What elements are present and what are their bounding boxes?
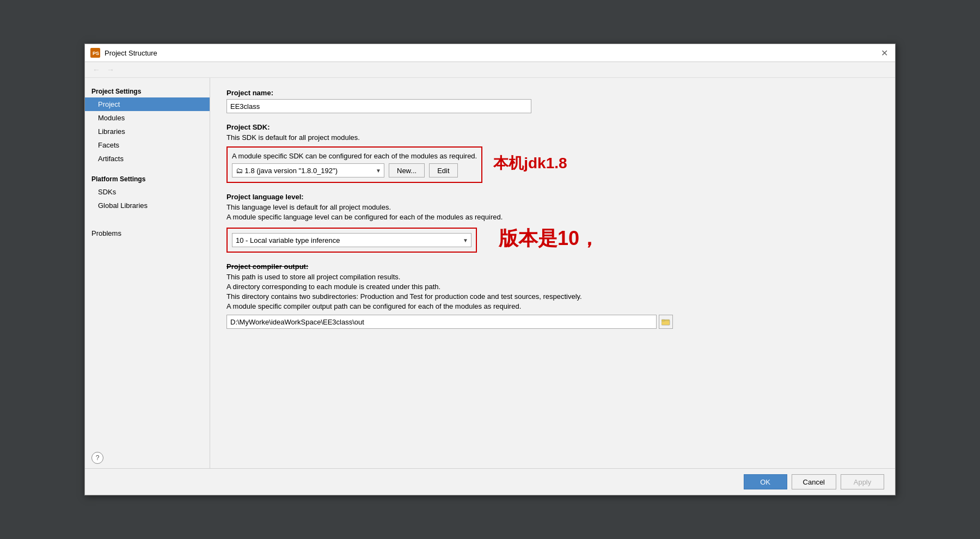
lang-default-desc: This language level is default for all p… [226,203,879,211]
folder-browse-button[interactable] [659,315,673,329]
project-name-label: Project name: [226,89,879,97]
bottom-bar: OK Cancel Apply [85,468,895,495]
title-bar: PS Project Structure ✕ [85,44,895,62]
sidebar-item-facets[interactable]: Facets [85,138,210,152]
project-language-level-label: Project language level: [226,193,879,201]
project-structure-dialog: PS Project Structure ✕ ← → Project Setti… [84,44,896,495]
main-content: Project name: Project SDK: This SDK is d… [210,78,895,468]
help-button[interactable]: ? [91,452,103,464]
new-sdk-button[interactable]: New... [389,163,425,177]
svg-text:PS: PS [93,51,99,56]
sidebar-item-artifacts[interactable]: Artifacts [85,152,210,166]
project-language-level-group: Project language level: This language le… [226,193,879,253]
app-icon: PS [90,48,100,58]
dialog-body: Project Settings Project Modules Librari… [85,78,895,468]
apply-button[interactable]: Apply [841,474,884,489]
compiler-output-input[interactable] [226,315,657,329]
compiler-desc-2: A directory corresponding to each module… [226,283,879,291]
lang-annotation: 版本是10， [499,225,599,252]
project-settings-section-label: Project Settings [85,84,210,97]
svg-rect-4 [661,320,665,321]
sidebar-item-libraries[interactable]: Libraries [85,125,210,138]
sdk-select-wrapper: 🗂 1.8 (java version "1.8.0_192") ▼ [232,163,384,177]
sidebar-item-sdks[interactable]: SDKs [85,185,210,199]
back-arrow[interactable]: ← [90,64,102,75]
title-bar-left: PS Project Structure [90,48,157,58]
project-compiler-output-group: Project compiler output: This path is us… [226,262,879,329]
lang-module-desc: A module specific language level can be … [226,213,879,221]
project-sdk-group: Project SDK: This SDK is default for all… [226,123,879,183]
sidebar-item-modules[interactable]: Modules [85,111,210,125]
edit-sdk-button[interactable]: Edit [429,163,457,177]
forward-arrow[interactable]: → [105,64,117,75]
sdk-red-box: A module specific SDK can be configured … [226,146,482,183]
sidebar: Project Settings Project Modules Librari… [85,78,210,468]
lang-level-select[interactable]: 10 - Local variable type inference [232,233,471,247]
project-name-input[interactable] [226,99,531,113]
close-button[interactable]: ✕ [879,47,890,58]
nav-arrows: ← → [85,62,895,78]
compiler-output-row [226,315,879,329]
compiler-desc-1: This path is used to store all project c… [226,273,879,281]
ok-button[interactable]: OK [744,474,787,489]
compiler-desc-3: This directory contains two subdirectori… [226,292,879,301]
sdk-select[interactable]: 🗂 1.8 (java version "1.8.0_192") [232,163,384,177]
platform-settings-section-label: Platform Settings [85,172,210,185]
compiler-desc-4: A module specific compiler output path c… [226,302,879,310]
sidebar-item-problems[interactable]: Problems [91,226,203,240]
sdk-default-desc: This SDK is default for all project modu… [226,133,879,142]
sdk-annotation: 本机jdk1.8 [493,153,567,174]
lang-red-box: 10 - Local variable type inference ▼ [226,228,477,253]
project-name-group: Project name: [226,89,879,113]
sdk-module-desc: A module specific SDK can be configured … [232,152,477,160]
sidebar-bottom: ? [85,448,210,468]
cancel-button[interactable]: Cancel [792,474,836,489]
sidebar-item-project[interactable]: Project [85,97,210,111]
project-sdk-label: Project SDK: [226,123,879,131]
compiler-output-label: Project compiler output: [226,262,879,271]
lang-level-select-wrapper: 10 - Local variable type inference ▼ [232,233,471,247]
dialog-title: Project Structure [105,49,157,57]
sidebar-item-global-libraries[interactable]: Global Libraries [85,199,210,212]
sdk-row: 🗂 1.8 (java version "1.8.0_192") ▼ New..… [232,163,477,177]
